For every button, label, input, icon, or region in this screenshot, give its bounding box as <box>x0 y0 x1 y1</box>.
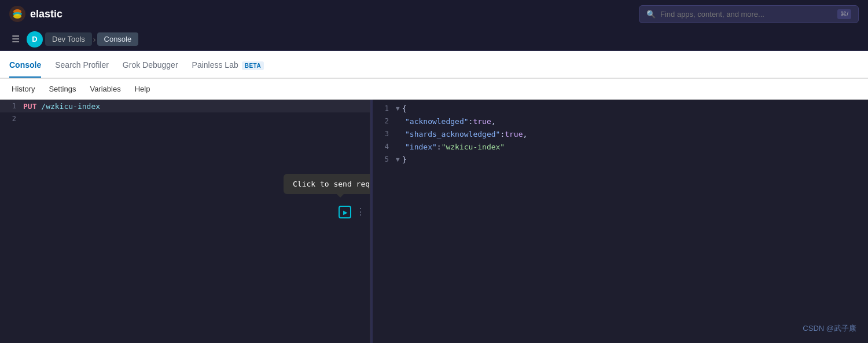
editor-line-2: 2 <box>0 112 370 125</box>
search-icon: 🔍 <box>646 10 656 19</box>
hamburger-button[interactable]: ☰ <box>7 31 24 47</box>
send-request-tooltip: Click to send request <box>284 174 370 194</box>
resp-line-content-5: } <box>402 155 407 164</box>
beta-badge: BETA <box>242 61 264 70</box>
tooltip-text: Click to send request <box>293 180 370 188</box>
resp-line-number-3: 3 <box>377 130 389 138</box>
response-line-5: 5 ▼ } <box>373 153 868 166</box>
resp-colon-3: : <box>500 130 505 138</box>
top-bar: elastic 🔍 ⌘/ <box>0 0 868 28</box>
history-button[interactable]: History <box>9 83 37 94</box>
resp-key-shards: "shards_acknowledged" <box>405 130 500 138</box>
tab-painless-lab[interactable]: Painless LabBETA <box>192 52 264 78</box>
resp-colon-2: : <box>469 117 473 126</box>
keyboard-shortcut: ⌘/ <box>837 9 851 19</box>
response-line-3: 3 "shards_acknowledged" : true , <box>373 127 868 140</box>
resp-line-number-1: 1 <box>377 104 389 112</box>
resp-val-shards: true <box>505 130 523 138</box>
resp-val-acknowledged: true <box>473 117 491 126</box>
toolbar: History Settings Variables Help <box>0 79 868 100</box>
elastic-logo: elastic <box>9 6 62 22</box>
response-panel: 1 ▼ { 2 "acknowledged" : true , 3 "shard… <box>373 100 868 343</box>
logo-text: elastic <box>30 8 62 20</box>
elastic-logo-icon <box>9 6 25 22</box>
breadcrumb: Dev Tools › Console <box>45 32 138 46</box>
line-content-1: PUT /wzkicu-index <box>23 102 365 111</box>
url-path: /wzkicu-index <box>41 102 100 111</box>
resp-key-acknowledged: "acknowledged" <box>405 117 469 126</box>
line-number-2: 2 <box>5 115 16 123</box>
response-line-2: 2 "acknowledged" : true , <box>373 115 868 127</box>
breadcrumb-current: Console <box>97 32 139 46</box>
fold-icon-1[interactable]: ▼ <box>396 105 400 112</box>
help-button[interactable]: Help <box>133 83 153 94</box>
resp-comma-2: , <box>491 117 496 126</box>
response-line-4: 4 "index" : "wzkicu-index" <box>373 140 868 153</box>
settings-button[interactable]: Settings <box>46 83 78 94</box>
global-search[interactable]: 🔍 ⌘/ <box>639 5 859 23</box>
breadcrumb-parent[interactable]: Dev Tools <box>45 32 92 46</box>
main-content: 1 PUT /wzkicu-index 2 ▶ ⋮ Click to send … <box>0 100 868 343</box>
run-button[interactable]: ▶ <box>339 206 351 218</box>
tab-console[interactable]: Console <box>9 52 41 78</box>
svg-point-3 <box>13 14 21 19</box>
method-put: PUT <box>23 102 36 111</box>
avatar[interactable]: D <box>27 31 43 48</box>
variables-button[interactable]: Variables <box>87 83 123 94</box>
fold-icon-5[interactable]: ▼ <box>396 156 400 163</box>
resp-line-number-4: 4 <box>377 143 389 151</box>
breadcrumb-chevron: › <box>93 35 96 44</box>
tab-search-profiler[interactable]: Search Profiler <box>55 52 109 78</box>
search-input[interactable] <box>660 10 833 19</box>
more-options-button[interactable]: ⋮ <box>356 206 365 217</box>
resp-val-index: "wzkicu-index" <box>442 143 505 151</box>
resp-colon-4: : <box>437 143 442 151</box>
tab-grok-debugger[interactable]: Grok Debugger <box>123 52 178 78</box>
resp-key-index: "index" <box>405 143 437 151</box>
resp-line-number-2: 2 <box>377 117 389 125</box>
editor-panel[interactable]: 1 PUT /wzkicu-index 2 ▶ ⋮ Click to send … <box>0 100 370 343</box>
tab-bar: Console Search Profiler Grok Debugger Pa… <box>0 51 868 79</box>
resp-line-content-1: { <box>402 104 407 113</box>
play-icon: ▶ <box>343 209 348 216</box>
resp-comma-3: , <box>523 130 528 138</box>
editor-line-1: 1 PUT /wzkicu-index <box>0 100 370 112</box>
resp-line-number-5: 5 <box>377 155 389 163</box>
line-number-1: 1 <box>5 102 16 110</box>
secondary-nav: ☰ D Dev Tools › Console <box>0 28 868 51</box>
response-line-1: 1 ▼ { <box>373 102 868 115</box>
